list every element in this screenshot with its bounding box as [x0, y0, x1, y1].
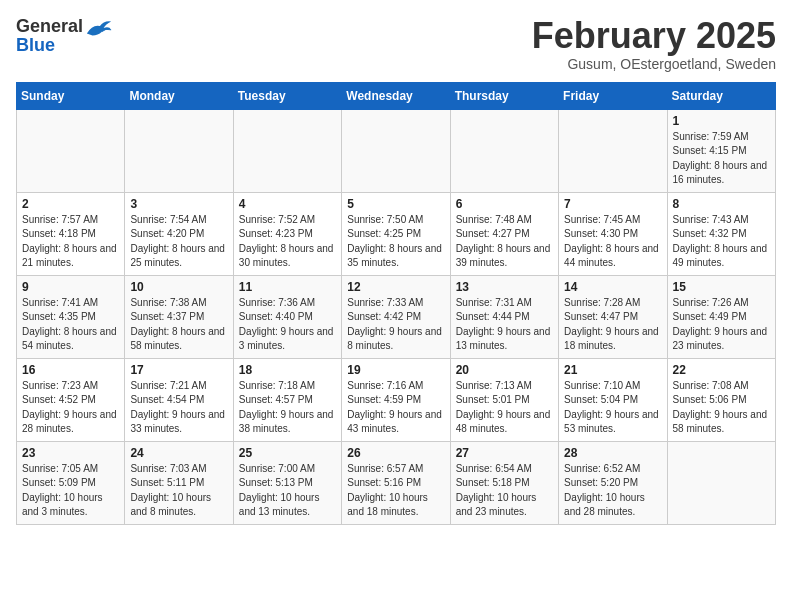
day-info: Sunrise: 7:23 AM Sunset: 4:52 PM Dayligh… [22, 379, 119, 437]
day-number: 3 [130, 197, 227, 211]
calendar-cell: 12Sunrise: 7:33 AM Sunset: 4:42 PM Dayli… [342, 275, 450, 358]
calendar-cell [342, 109, 450, 192]
day-number: 9 [22, 280, 119, 294]
day-info: Sunrise: 7:54 AM Sunset: 4:20 PM Dayligh… [130, 213, 227, 271]
day-number: 27 [456, 446, 553, 460]
day-info: Sunrise: 7:16 AM Sunset: 4:59 PM Dayligh… [347, 379, 444, 437]
calendar-cell: 8Sunrise: 7:43 AM Sunset: 4:32 PM Daylig… [667, 192, 775, 275]
calendar-cell: 4Sunrise: 7:52 AM Sunset: 4:23 PM Daylig… [233, 192, 341, 275]
calendar-cell: 7Sunrise: 7:45 AM Sunset: 4:30 PM Daylig… [559, 192, 667, 275]
calendar-cell: 19Sunrise: 7:16 AM Sunset: 4:59 PM Dayli… [342, 358, 450, 441]
day-info: Sunrise: 7:10 AM Sunset: 5:04 PM Dayligh… [564, 379, 661, 437]
day-info: Sunrise: 7:00 AM Sunset: 5:13 PM Dayligh… [239, 462, 336, 520]
day-number: 8 [673, 197, 770, 211]
calendar-cell: 11Sunrise: 7:36 AM Sunset: 4:40 PM Dayli… [233, 275, 341, 358]
day-number: 22 [673, 363, 770, 377]
day-info: Sunrise: 7:43 AM Sunset: 4:32 PM Dayligh… [673, 213, 770, 271]
day-info: Sunrise: 7:48 AM Sunset: 4:27 PM Dayligh… [456, 213, 553, 271]
day-number: 13 [456, 280, 553, 294]
day-info: Sunrise: 7:28 AM Sunset: 4:47 PM Dayligh… [564, 296, 661, 354]
calendar-cell: 16Sunrise: 7:23 AM Sunset: 4:52 PM Dayli… [17, 358, 125, 441]
day-info: Sunrise: 7:52 AM Sunset: 4:23 PM Dayligh… [239, 213, 336, 271]
calendar-cell [450, 109, 558, 192]
day-number: 25 [239, 446, 336, 460]
day-info: Sunrise: 6:54 AM Sunset: 5:18 PM Dayligh… [456, 462, 553, 520]
day-number: 23 [22, 446, 119, 460]
day-number: 21 [564, 363, 661, 377]
day-info: Sunrise: 7:41 AM Sunset: 4:35 PM Dayligh… [22, 296, 119, 354]
day-info: Sunrise: 7:50 AM Sunset: 4:25 PM Dayligh… [347, 213, 444, 271]
day-info: Sunrise: 7:59 AM Sunset: 4:15 PM Dayligh… [673, 130, 770, 188]
day-info: Sunrise: 7:33 AM Sunset: 4:42 PM Dayligh… [347, 296, 444, 354]
day-number: 17 [130, 363, 227, 377]
calendar-cell [559, 109, 667, 192]
calendar-cell: 2Sunrise: 7:57 AM Sunset: 4:18 PM Daylig… [17, 192, 125, 275]
day-number: 15 [673, 280, 770, 294]
calendar-cell: 20Sunrise: 7:13 AM Sunset: 5:01 PM Dayli… [450, 358, 558, 441]
calendar-cell: 23Sunrise: 7:05 AM Sunset: 5:09 PM Dayli… [17, 441, 125, 524]
day-number: 5 [347, 197, 444, 211]
calendar-cell: 14Sunrise: 7:28 AM Sunset: 4:47 PM Dayli… [559, 275, 667, 358]
day-number: 24 [130, 446, 227, 460]
day-info: Sunrise: 6:57 AM Sunset: 5:16 PM Dayligh… [347, 462, 444, 520]
title-block: February 2025 Gusum, OEstergoetland, Swe… [532, 16, 776, 72]
calendar-cell: 3Sunrise: 7:54 AM Sunset: 4:20 PM Daylig… [125, 192, 233, 275]
calendar-cell [17, 109, 125, 192]
day-info: Sunrise: 7:36 AM Sunset: 4:40 PM Dayligh… [239, 296, 336, 354]
day-number: 12 [347, 280, 444, 294]
day-of-week-header: Tuesday [233, 82, 341, 109]
day-of-week-header: Saturday [667, 82, 775, 109]
day-of-week-header: Sunday [17, 82, 125, 109]
calendar-cell: 25Sunrise: 7:00 AM Sunset: 5:13 PM Dayli… [233, 441, 341, 524]
page-header: General Blue February 2025 Gusum, OEster… [16, 16, 776, 72]
day-of-week-header: Monday [125, 82, 233, 109]
day-number: 19 [347, 363, 444, 377]
calendar-cell: 22Sunrise: 7:08 AM Sunset: 5:06 PM Dayli… [667, 358, 775, 441]
day-info: Sunrise: 7:21 AM Sunset: 4:54 PM Dayligh… [130, 379, 227, 437]
day-number: 18 [239, 363, 336, 377]
day-info: Sunrise: 7:45 AM Sunset: 4:30 PM Dayligh… [564, 213, 661, 271]
calendar-cell: 9Sunrise: 7:41 AM Sunset: 4:35 PM Daylig… [17, 275, 125, 358]
calendar-cell: 21Sunrise: 7:10 AM Sunset: 5:04 PM Dayli… [559, 358, 667, 441]
day-number: 28 [564, 446, 661, 460]
calendar-cell [667, 441, 775, 524]
day-number: 11 [239, 280, 336, 294]
day-number: 4 [239, 197, 336, 211]
day-info: Sunrise: 6:52 AM Sunset: 5:20 PM Dayligh… [564, 462, 661, 520]
day-info: Sunrise: 7:57 AM Sunset: 4:18 PM Dayligh… [22, 213, 119, 271]
calendar-header: SundayMondayTuesdayWednesdayThursdayFrid… [17, 82, 776, 109]
calendar-cell: 1Sunrise: 7:59 AM Sunset: 4:15 PM Daylig… [667, 109, 775, 192]
calendar-cell: 26Sunrise: 6:57 AM Sunset: 5:16 PM Dayli… [342, 441, 450, 524]
logo-bird-icon [85, 16, 113, 38]
day-of-week-header: Wednesday [342, 82, 450, 109]
day-number: 26 [347, 446, 444, 460]
calendar-cell: 28Sunrise: 6:52 AM Sunset: 5:20 PM Dayli… [559, 441, 667, 524]
day-info: Sunrise: 7:13 AM Sunset: 5:01 PM Dayligh… [456, 379, 553, 437]
calendar-cell: 10Sunrise: 7:38 AM Sunset: 4:37 PM Dayli… [125, 275, 233, 358]
day-info: Sunrise: 7:31 AM Sunset: 4:44 PM Dayligh… [456, 296, 553, 354]
day-info: Sunrise: 7:05 AM Sunset: 5:09 PM Dayligh… [22, 462, 119, 520]
calendar-cell: 5Sunrise: 7:50 AM Sunset: 4:25 PM Daylig… [342, 192, 450, 275]
day-info: Sunrise: 7:38 AM Sunset: 4:37 PM Dayligh… [130, 296, 227, 354]
calendar-cell: 13Sunrise: 7:31 AM Sunset: 4:44 PM Dayli… [450, 275, 558, 358]
logo: General Blue [16, 16, 113, 56]
calendar-cell: 24Sunrise: 7:03 AM Sunset: 5:11 PM Dayli… [125, 441, 233, 524]
day-info: Sunrise: 7:03 AM Sunset: 5:11 PM Dayligh… [130, 462, 227, 520]
day-number: 16 [22, 363, 119, 377]
day-number: 20 [456, 363, 553, 377]
day-info: Sunrise: 7:26 AM Sunset: 4:49 PM Dayligh… [673, 296, 770, 354]
logo-blue-text: Blue [16, 36, 55, 56]
calendar-cell: 27Sunrise: 6:54 AM Sunset: 5:18 PM Dayli… [450, 441, 558, 524]
day-info: Sunrise: 7:18 AM Sunset: 4:57 PM Dayligh… [239, 379, 336, 437]
calendar-cell [233, 109, 341, 192]
day-info: Sunrise: 7:08 AM Sunset: 5:06 PM Dayligh… [673, 379, 770, 437]
day-number: 14 [564, 280, 661, 294]
month-title: February 2025 [532, 16, 776, 56]
calendar-cell: 17Sunrise: 7:21 AM Sunset: 4:54 PM Dayli… [125, 358, 233, 441]
day-number: 1 [673, 114, 770, 128]
day-number: 2 [22, 197, 119, 211]
calendar-cell [125, 109, 233, 192]
day-of-week-header: Thursday [450, 82, 558, 109]
logo-general-text: General [16, 17, 83, 37]
location-subtitle: Gusum, OEstergoetland, Sweden [532, 56, 776, 72]
